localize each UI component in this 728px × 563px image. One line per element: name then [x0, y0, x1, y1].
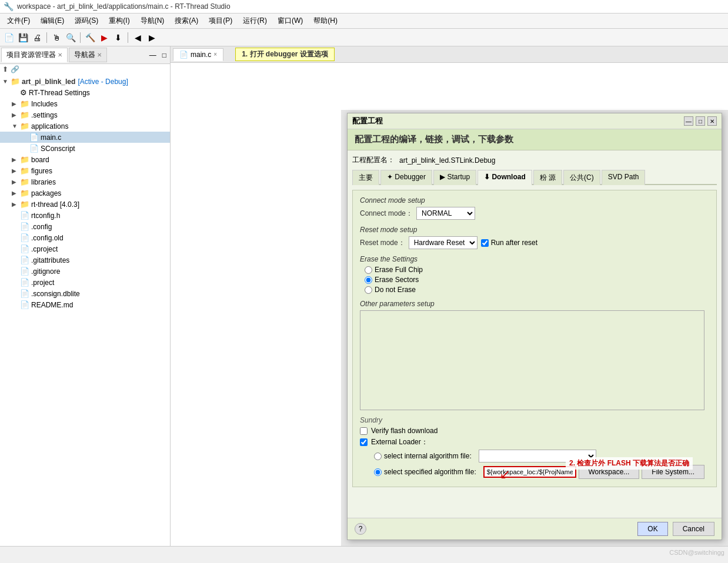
- tree-item-settings[interactable]: ▶ 📁 .settings: [0, 109, 170, 120]
- toolbar-btn2[interactable]: 💾: [16, 31, 29, 44]
- tree-item-mainc[interactable]: 📄 main.c: [0, 132, 170, 143]
- connect-mode-label: Connect mode：: [360, 209, 413, 219]
- config-tab-startup[interactable]: ▶ Startup: [433, 170, 476, 185]
- verify-flash-label[interactable]: Verify flash download: [360, 427, 704, 435]
- sidebar-tab-navigator[interactable]: 导航器 ✕: [69, 48, 107, 62]
- menu-file[interactable]: 文件(F): [2, 15, 35, 27]
- cancel-btn[interactable]: Cancel: [673, 522, 714, 536]
- tree-root[interactable]: ▼ 📁 art_pi_blink_led [Active - Debug]: [0, 76, 170, 87]
- ext-loader-checkbox[interactable]: [360, 438, 368, 446]
- help-btn[interactable]: ?: [355, 523, 366, 535]
- menu-navigate[interactable]: 导航(N): [136, 15, 169, 27]
- annotation2-label: 2. 检查片外 FLASH 下载算法是否正确: [566, 457, 693, 470]
- run-after-reset-checkbox[interactable]: [481, 239, 489, 247]
- gitignore-icon: 📄: [20, 267, 29, 276]
- toolbar-download-btn[interactable]: ⬇: [112, 31, 125, 44]
- toolbar-new-btn[interactable]: 📄: [2, 31, 15, 44]
- editor-tab-close[interactable]: ×: [213, 51, 217, 58]
- menu-bar: 文件(F) 编辑(E) 源码(S) 重构(I) 导航(N) 搜索(A) 项目(P…: [0, 14, 728, 29]
- toolbar-fwd-btn[interactable]: ▶: [145, 31, 158, 44]
- tree-item-rtthread-settings[interactable]: ⚙ RT-Thread Settings: [0, 87, 170, 98]
- toolbar-debug-btn[interactable]: ▶: [98, 31, 111, 44]
- menu-refactor[interactable]: 重构(I): [104, 15, 134, 27]
- tree-readme-label: README.md: [31, 301, 73, 309]
- menu-help[interactable]: 帮助(H): [309, 15, 342, 27]
- specified-algo-radio[interactable]: [374, 468, 382, 476]
- tree-item-rtthread[interactable]: ▶ 📁 rt-thread [4.0.3]: [0, 199, 170, 210]
- tree-item-includes[interactable]: ▶ 📁 Includes: [0, 98, 170, 109]
- ext-loader-label[interactable]: External Loader：: [360, 437, 704, 447]
- toolbar-btn3[interactable]: 🖨: [31, 31, 44, 44]
- other-params-box: [360, 310, 704, 410]
- toolbar-search-btn[interactable]: 🔍: [64, 31, 77, 44]
- libraries-icon: 📁: [20, 177, 29, 186]
- menu-search[interactable]: 搜索(A): [170, 15, 203, 27]
- tree-item-figures[interactable]: ▶ 📁 figures: [0, 165, 170, 176]
- sidebar-tab-nav-close[interactable]: ✕: [97, 52, 102, 58]
- sidebar-maximize-btn[interactable]: □: [160, 50, 169, 61]
- tree-item-sconscript[interactable]: 📄 SConscript: [0, 143, 170, 154]
- erase-full-chip-radio[interactable]: [365, 266, 372, 274]
- toolbar-back-btn[interactable]: ◀: [131, 31, 144, 44]
- arrow7: ▶: [12, 156, 20, 163]
- tree-item-project[interactable]: 📄 .project: [0, 277, 170, 288]
- menu-project[interactable]: 项目(P): [204, 15, 237, 27]
- erase-full-chip-label[interactable]: Erase Full Chip: [365, 266, 704, 274]
- menu-edit[interactable]: 编辑(E): [36, 15, 69, 27]
- config-tab-source[interactable]: 粉 源: [533, 170, 562, 185]
- dialog-restore-btn[interactable]: □: [696, 116, 705, 126]
- connect-mode-select[interactable]: NORMAL: [416, 207, 475, 220]
- sidebar-tab-explorer[interactable]: 项目资源管理器 ✕: [1, 48, 68, 62]
- editor-tab-label: main.c: [191, 51, 211, 59]
- do-not-erase-radio[interactable]: [365, 286, 372, 294]
- tree-item-config-old[interactable]: 📄 .config.old: [0, 232, 170, 243]
- link-editor-icon[interactable]: 🔗: [11, 65, 19, 73]
- figures-icon: 📁: [20, 166, 29, 175]
- connect-mode-section: Connect mode setup Connect mode： NORMAL: [360, 196, 704, 220]
- tree-item-readme[interactable]: 📄 README.md: [0, 299, 170, 310]
- erase-sectors-label[interactable]: Erase Sectors: [365, 276, 704, 284]
- tree-item-gitattr[interactable]: 📄 .gitattributes: [0, 254, 170, 266]
- tree-item-sconsign[interactable]: 📄 .sconsign.dblite: [0, 288, 170, 299]
- watermark: CSDN@switchingg: [669, 549, 724, 556]
- toolbar-build-btn[interactable]: 🔨: [84, 31, 96, 44]
- config-tab-download[interactable]: ⬇ Download: [477, 170, 532, 185]
- verify-flash-checkbox[interactable]: [360, 427, 368, 435]
- toolbar-cursor-btn[interactable]: 🖱: [50, 31, 63, 44]
- ok-btn[interactable]: OK: [637, 522, 667, 536]
- config-tab-common[interactable]: 公共(C): [563, 170, 600, 185]
- internal-algo-radio[interactable]: [374, 453, 382, 460]
- dialog-subtitle: 配置工程的编译，链接，调试，下载参数: [348, 129, 722, 150]
- config-tab-svd[interactable]: SVD Path: [602, 170, 646, 185]
- erase-sectors-radio[interactable]: [365, 276, 372, 284]
- algo-path-input[interactable]: [483, 466, 576, 478]
- tree-item-rtconfigh[interactable]: 📄 rtconfig.h: [0, 210, 170, 221]
- tree-item-packages[interactable]: ▶ 📁 packages: [0, 187, 170, 199]
- config-tab-main[interactable]: 主要: [352, 170, 379, 185]
- tree-item-applications[interactable]: ▼ 📁 applications: [0, 120, 170, 132]
- reset-mode-select[interactable]: Hardware Reset: [409, 236, 477, 249]
- config-tab-debugger[interactable]: ✦ Debugger: [380, 170, 432, 185]
- run-after-reset-label[interactable]: Run after reset: [481, 239, 537, 247]
- tree-item-cproject[interactable]: 📄 .cproject: [0, 243, 170, 254]
- config-tabs: 主要 ✦ Debugger ▶ Startup ⬇ Download 粉 源 公…: [352, 170, 717, 185]
- menu-run[interactable]: 运行(R): [238, 15, 272, 27]
- tree-item-libraries[interactable]: ▶ 📁 libraries: [0, 176, 170, 187]
- sidebar-tab-close[interactable]: ✕: [58, 52, 62, 58]
- radio1-label[interactable]: select internal algorithm file:: [374, 452, 472, 460]
- sidebar-minimize-btn[interactable]: —: [147, 50, 159, 61]
- tree-item-board[interactable]: ▶ 📁 board: [0, 154, 170, 165]
- collapse-all-icon[interactable]: ⬆: [2, 65, 8, 73]
- menu-source[interactable]: 源码(S): [70, 15, 103, 27]
- tree-item-config[interactable]: 📄 .config: [0, 221, 170, 232]
- do-not-erase-label[interactable]: Do not Erase: [365, 286, 704, 294]
- editor-tab-mainc[interactable]: 📄 main.c ×: [173, 48, 223, 61]
- dialog-minimize-btn[interactable]: —: [684, 116, 693, 126]
- radio2-label[interactable]: select specified algorithm file:: [374, 468, 476, 476]
- dialog-close-btn[interactable]: ✕: [707, 116, 717, 126]
- menu-window[interactable]: 窗口(W): [273, 15, 308, 27]
- arrow11: ▶: [12, 201, 20, 207]
- tree-item-gitignore[interactable]: 📄 .gitignore: [0, 266, 170, 277]
- arrow3: ▶: [12, 112, 20, 118]
- tree-applications-label: applications: [31, 122, 68, 130]
